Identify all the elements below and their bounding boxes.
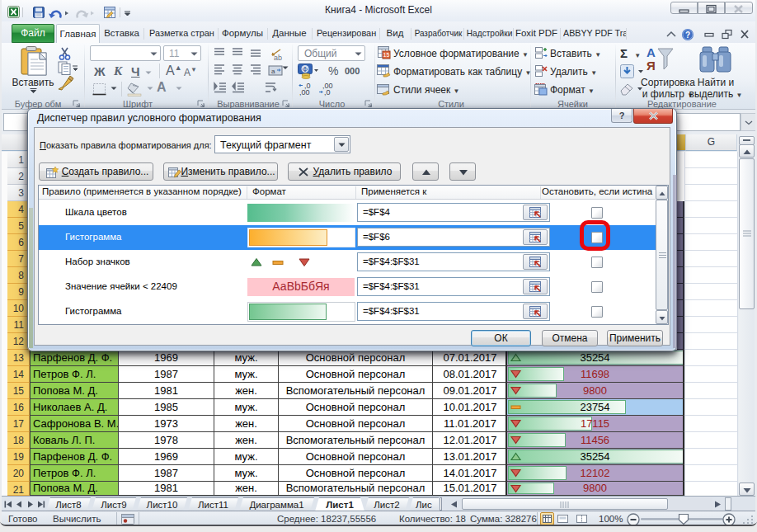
svg-text:,00: ,00 (299, 88, 310, 97)
svg-text:Я: Я (647, 59, 656, 73)
svg-text:?: ? (685, 31, 690, 40)
svg-text:Ф: Ф (303, 66, 308, 73)
svg-text:a: a (271, 68, 275, 75)
svg-text:,0: ,0 (324, 88, 331, 97)
svg-text:А: А (647, 45, 656, 59)
svg-text:ab: ab (274, 54, 282, 62)
svg-text:15: 15 (383, 52, 390, 58)
